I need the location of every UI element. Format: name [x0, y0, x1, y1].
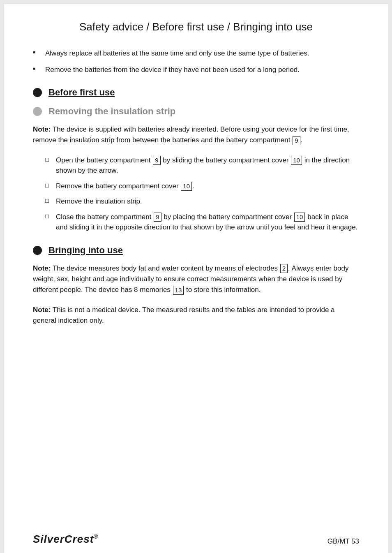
step-2: Remove the battery compartment cover 10. [45, 181, 359, 192]
ref-9-1: 9 [293, 136, 300, 145]
step-4-pre: Close the battery compartment [56, 213, 153, 221]
bullet-item-1: Always replace all batteries at the same… [33, 48, 359, 59]
note-insulation-end: . [301, 136, 303, 144]
black-circle-icon-2 [33, 246, 42, 255]
note-body-fat-paragraph: Note: The device measures body fat and w… [33, 263, 359, 296]
note-bold-1: Note: [33, 125, 51, 133]
before-first-use-heading: Before first use [33, 87, 359, 98]
brand-logo: SilverCrest® [33, 533, 99, 546]
page-title: Safety advice / Before first use / Bring… [33, 21, 359, 33]
bringing-into-use-heading: Bringing into use [33, 245, 359, 256]
step-4-ref2: 10 [294, 213, 305, 222]
note-bold-2: Note: [33, 264, 51, 272]
step-3: Remove the insulation strip. [45, 196, 359, 207]
insulation-steps-list: Open the battery compartment 9 by slidin… [45, 155, 359, 233]
brand-name: SilverCrest [33, 533, 94, 545]
removing-insulation-title: Removing the insulation strip [48, 106, 175, 117]
trademark: ® [94, 533, 98, 540]
before-first-use-title: Before first use [48, 87, 115, 98]
black-circle-icon [33, 88, 42, 97]
step-1-ref1: 9 [153, 156, 160, 165]
step-1-pre: Open the battery compartment [56, 156, 152, 164]
safety-bullet-list: Always replace all batteries at the same… [33, 48, 359, 75]
step-2-end: . [192, 182, 194, 190]
page-info: GB/MT 53 [327, 537, 359, 546]
step-2-ref1: 10 [181, 182, 192, 191]
step-4-mid: by placing the battery compartment cover [162, 213, 294, 221]
ref-2: 2 [280, 264, 288, 273]
step-4: Close the battery compartment 9 by placi… [45, 212, 359, 233]
step-4-ref1: 9 [154, 213, 161, 222]
bullet-item-2: Remove the batteries from the device if … [33, 65, 359, 75]
ref-13: 13 [173, 286, 184, 295]
step-1: Open the battery compartment 9 by slidin… [45, 155, 359, 176]
note-bold-3: Note: [33, 306, 51, 314]
step-1-mid: by sliding the battery compartment cover [161, 156, 291, 164]
note-body-fat-text: The device measures body fat and water c… [51, 264, 279, 272]
note-medical-text: This is not a medical device. The measur… [33, 306, 335, 324]
step-2-pre: Remove the battery compartment cover [56, 182, 180, 190]
step-1-ref2: 10 [291, 156, 302, 165]
bringing-into-use-title: Bringing into use [48, 245, 123, 256]
note-body-fat-end: to store this information. [184, 286, 261, 294]
footer: SilverCrest® GB/MT 53 [33, 533, 359, 546]
page: Safety advice / Before first use / Bring… [4, 4, 388, 553]
note-insulation-paragraph: Note: The device is supplied with batter… [33, 124, 359, 146]
step-3-pre: Remove the insulation strip. [56, 197, 142, 205]
note-medical-paragraph: Note: This is not a medical device. The … [33, 305, 359, 326]
removing-insulation-heading: Removing the insulation strip [33, 106, 359, 117]
gray-circle-icon [33, 107, 42, 116]
